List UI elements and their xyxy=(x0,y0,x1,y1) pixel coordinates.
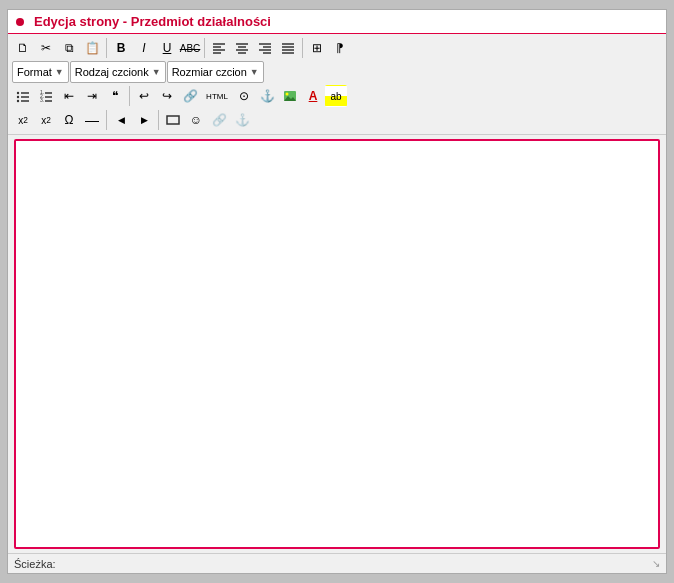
redo-button[interactable]: ↪ xyxy=(156,85,178,107)
title-icon xyxy=(16,18,24,26)
list-ol-button[interactable]: 1.2.3. xyxy=(35,85,57,107)
omega-button[interactable]: Ω xyxy=(58,109,80,131)
new-doc-button[interactable]: 🗋 xyxy=(12,37,34,59)
smiley-button[interactable]: ☺ xyxy=(185,109,207,131)
separator-4 xyxy=(129,86,130,106)
image-button[interactable] xyxy=(279,85,301,107)
separator-5 xyxy=(106,110,107,130)
toolbar-row-4: x2 x2 Ω — ◀ ▶ ☺ 🔗 ⚓ xyxy=(12,109,662,131)
window-title: Edycja strony - Przedmiot działalności xyxy=(34,14,271,29)
format-dropdown[interactable]: Format ▼ xyxy=(12,61,69,83)
underline-button[interactable]: U xyxy=(156,37,178,59)
list-ul-button[interactable] xyxy=(12,85,34,107)
separator-3 xyxy=(302,38,303,58)
undo-button[interactable]: ↩ xyxy=(133,85,155,107)
anchor-button[interactable]: ⚓ xyxy=(256,85,278,107)
toolbar-row-2: Format ▼ Rodzaj czcionk ▼ Rozmiar czcion… xyxy=(12,61,662,83)
paste-button[interactable]: 📋 xyxy=(81,37,103,59)
remove-anchor-button[interactable]: ⚓ xyxy=(231,109,253,131)
svg-point-16 xyxy=(17,92,19,94)
next-button[interactable]: ▶ xyxy=(133,109,155,131)
path-label: Ścieżka: xyxy=(14,558,56,570)
highlight-button[interactable]: ab xyxy=(325,85,347,107)
font-color-button[interactable]: A xyxy=(302,85,324,107)
svg-point-29 xyxy=(286,93,289,96)
link-button[interactable]: 🔗 xyxy=(179,85,201,107)
unlink-button[interactable]: 🔗 xyxy=(208,109,230,131)
table-button[interactable]: ⊞ xyxy=(306,37,328,59)
separator-2 xyxy=(204,38,205,58)
html-button[interactable]: HTML xyxy=(202,85,232,107)
format-dropdown-arrow: ▼ xyxy=(55,67,64,77)
font-size-dropdown[interactable]: Rozmiar czcion ▼ xyxy=(167,61,264,83)
toolbar-row-3: 1.2.3. ⇤ ⇥ ❝ ↩ ↪ 🔗 HTML ⊙ ⚓ A ab xyxy=(12,85,662,107)
superscript-button[interactable]: x2 xyxy=(35,109,57,131)
align-left-button[interactable] xyxy=(208,37,230,59)
toolbar-row-1: 🗋 ✂ ⧉ 📋 B I U ABC ⊞ ⁋ xyxy=(12,37,662,59)
hr-button[interactable]: — xyxy=(81,109,103,131)
font-family-dropdown[interactable]: Rodzaj czcionk ▼ xyxy=(70,61,166,83)
svg-rect-31 xyxy=(167,116,179,124)
align-right-button[interactable] xyxy=(254,37,276,59)
source-button[interactable]: ⊙ xyxy=(233,85,255,107)
bold-button[interactable]: B xyxy=(110,37,132,59)
editor-content[interactable] xyxy=(14,139,660,549)
special-chars-button[interactable]: ⁋ xyxy=(329,37,351,59)
frame-button[interactable] xyxy=(162,109,184,131)
toolbar-area: 🗋 ✂ ⧉ 📋 B I U ABC ⊞ ⁋ xyxy=(8,34,666,135)
resize-handle[interactable]: ↘ xyxy=(652,558,660,569)
font-family-dropdown-arrow: ▼ xyxy=(152,67,161,77)
cut-button[interactable]: ✂ xyxy=(35,37,57,59)
editor-area xyxy=(8,135,666,553)
svg-point-20 xyxy=(17,100,19,102)
svg-point-18 xyxy=(17,96,19,98)
separator-1 xyxy=(106,38,107,58)
italic-button[interactable]: I xyxy=(133,37,155,59)
justify-button[interactable] xyxy=(277,37,299,59)
blockquote-button[interactable]: ❝ xyxy=(104,85,126,107)
copy-button[interactable]: ⧉ xyxy=(58,37,80,59)
outdent-button[interactable]: ⇤ xyxy=(58,85,80,107)
strikethrough-button[interactable]: ABC xyxy=(179,37,201,59)
status-bar: Ścieżka: ↘ xyxy=(8,553,666,573)
title-bar: Edycja strony - Przedmiot działalności xyxy=(8,10,666,34)
font-size-dropdown-arrow: ▼ xyxy=(250,67,259,77)
indent-button[interactable]: ⇥ xyxy=(81,85,103,107)
subscript-button[interactable]: x2 xyxy=(12,109,34,131)
separator-6 xyxy=(158,110,159,130)
svg-text:3.: 3. xyxy=(40,97,44,103)
align-center-button[interactable] xyxy=(231,37,253,59)
main-window: Edycja strony - Przedmiot działalności 🗋… xyxy=(7,9,667,574)
prev-button[interactable]: ◀ xyxy=(110,109,132,131)
